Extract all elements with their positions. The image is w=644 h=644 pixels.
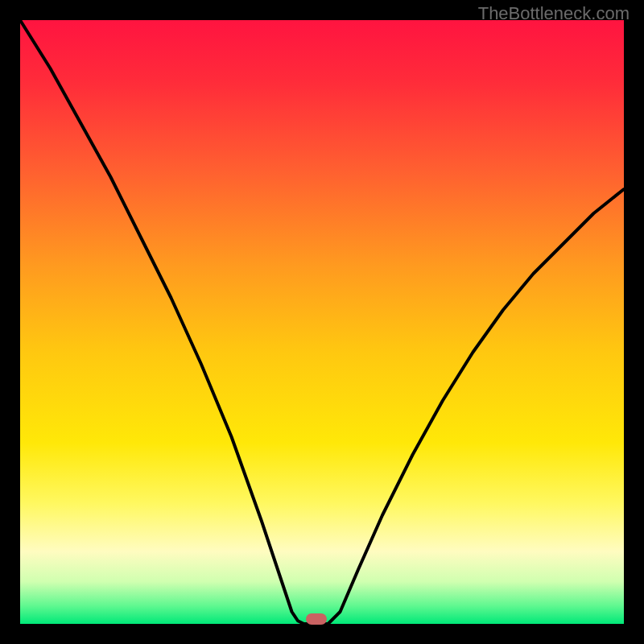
bottleneck-curve (20, 20, 624, 624)
optimal-marker (306, 613, 327, 625)
chart-container: TheBottleneck.com (0, 0, 644, 644)
plot-area (20, 20, 624, 624)
watermark-text: TheBottleneck.com (478, 3, 630, 24)
